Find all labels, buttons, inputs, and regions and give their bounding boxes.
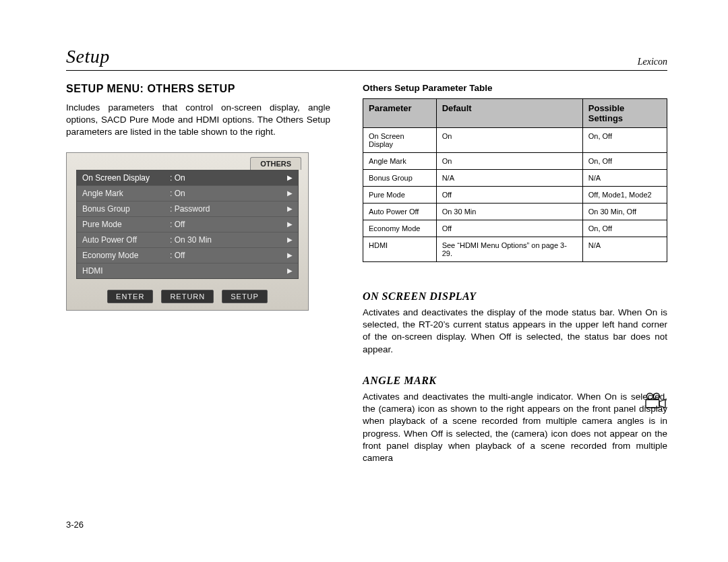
table-cell: Angle Mark (363, 153, 437, 170)
svg-point-0 (647, 393, 653, 399)
angle-subhead: ANGLE MARK (363, 375, 667, 387)
table-cell: Off (436, 220, 582, 237)
osd-row: HDMI▶ (77, 263, 298, 278)
svg-point-1 (654, 393, 660, 399)
parameter-table: ParameterDefaultPossible Settings On Scr… (363, 98, 667, 262)
osd-button: ENTER (107, 290, 153, 303)
osd-screenshot: OTHERS On Screen Display: On▶Angle Mark:… (66, 152, 309, 311)
page-header-right: Lexicon (638, 57, 667, 67)
table-cell: On 30 Min, Off (582, 204, 667, 220)
table-row: Angle MarkOnOn, Off (363, 153, 667, 170)
table-cell: Off, Mode1, Mode2 (582, 187, 667, 204)
osd-button: RETURN (161, 290, 214, 303)
osd-tab-label: OTHERS (250, 157, 301, 170)
table-caption: Others Setup Parameter Table (363, 83, 667, 93)
osd-row: On Screen Display: On▶ (77, 170, 298, 186)
table-row: Bonus GroupN/AN/A (363, 170, 667, 187)
table-header-cell: Default (436, 99, 582, 128)
table-cell: On, Off (582, 128, 667, 153)
chevron-right-icon: ▶ (287, 174, 293, 181)
chevron-right-icon: ▶ (287, 220, 293, 228)
table-header-cell: Parameter (363, 99, 437, 128)
table-row: On Screen DisplayOnOn, Off (363, 128, 667, 153)
chevron-right-icon: ▶ (287, 205, 293, 212)
table-cell: N/A (436, 170, 582, 187)
osd-row: Bonus Group: Password▶ (77, 201, 298, 217)
chevron-right-icon: ▶ (287, 251, 293, 259)
osd-button: SETUP (222, 290, 268, 303)
table-cell: Off (436, 187, 582, 204)
osd-row: Pure Mode: Off▶ (77, 217, 298, 232)
header-rule (66, 70, 667, 71)
table-cell: N/A (582, 170, 667, 187)
table-cell: N/A (582, 237, 667, 262)
table-cell: Economy Mode (363, 220, 437, 237)
table-cell: On, Off (582, 153, 667, 170)
chevron-right-icon: ▶ (287, 236, 293, 243)
table-cell: Auto Power Off (363, 204, 437, 220)
section-title: SETUP MENU: OTHERS SETUP (66, 83, 330, 95)
intro-paragraph: Includes parameters that control on-scre… (66, 102, 330, 139)
table-cell: On (436, 128, 582, 153)
table-cell: See “HDMI Menu Options” on page 3-29. (436, 237, 582, 262)
table-row: Pure ModeOffOff, Mode1, Mode2 (363, 187, 667, 204)
table-row: HDMISee “HDMI Menu Options” on page 3-29… (363, 237, 667, 262)
table-cell: HDMI (363, 237, 437, 262)
table-cell: Bonus Group (363, 170, 437, 187)
osd-subhead: ON SCREEN DISPLAY (363, 290, 667, 303)
chevron-right-icon: ▶ (287, 267, 293, 274)
svg-rect-2 (646, 400, 659, 408)
osd-row: Economy Mode: Off▶ (77, 248, 298, 263)
osd-row: Angle Mark: On▶ (77, 186, 298, 201)
page-number: 3-26 (66, 520, 84, 530)
table-cell: Pure Mode (363, 187, 437, 204)
table-cell: On, Off (582, 220, 667, 237)
table-cell: On Screen Display (363, 128, 437, 153)
osd-body-text: Activates and deactivates the display of… (363, 307, 667, 356)
page-header-left: Setup (66, 46, 110, 67)
chevron-right-icon: ▶ (287, 189, 293, 197)
angle-body-text: Activates and deactivates the multi-angl… (363, 391, 667, 464)
table-cell: On 30 Min (436, 204, 582, 220)
camera-icon (644, 392, 667, 412)
table-header-cell: Possible Settings (582, 99, 667, 128)
table-row: Auto Power OffOn 30 MinOn 30 Min, Off (363, 204, 667, 220)
table-row: Economy ModeOffOn, Off (363, 220, 667, 237)
osd-row: Auto Power Off: On 30 Min▶ (77, 232, 298, 248)
table-cell: On (436, 153, 582, 170)
